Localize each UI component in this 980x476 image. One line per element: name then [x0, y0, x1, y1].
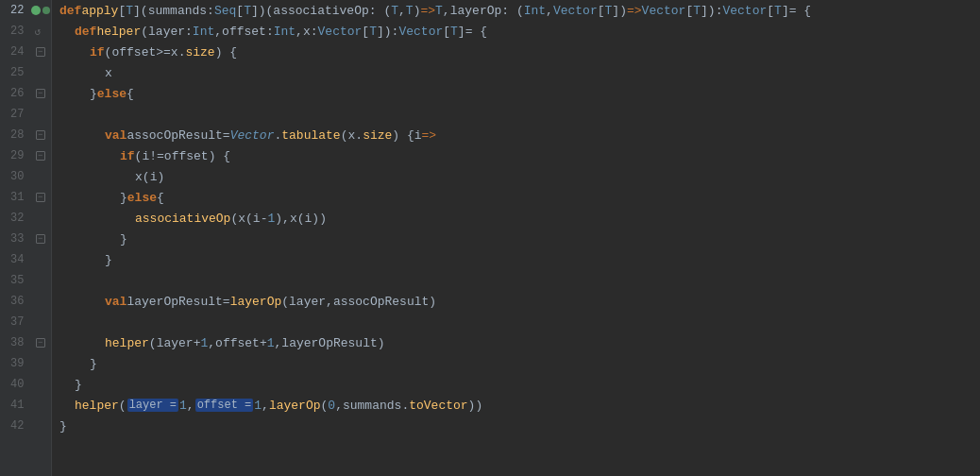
- line-number-36: 36: [0, 295, 29, 308]
- fold-icon-26[interactable]: −: [36, 89, 45, 98]
- brace-34: }: [105, 253, 112, 267]
- paren-32d: (: [297, 212, 305, 226]
- run-icon-22[interactable]: [31, 6, 41, 15]
- colon-22a: :: [207, 4, 214, 18]
- code-line-33: }: [52, 229, 980, 249]
- gutter-row-34: 34: [0, 249, 51, 270]
- paren-22a: (: [141, 4, 148, 18]
- var-x-28: x: [348, 128, 356, 143]
- gutter-icons-28: −: [29, 130, 51, 140]
- keyword-if-24: if: [90, 45, 105, 60]
- type-T-22: T: [126, 4, 133, 18]
- keyword-def-23: def: [75, 25, 96, 39]
- gutter-row-31: 31 −: [0, 187, 51, 208]
- code-line-37: [52, 312, 980, 332]
- fold-icon-38[interactable]: −: [36, 338, 45, 348]
- var-offset-29: offset: [164, 149, 209, 163]
- comma-22c: ,: [546, 4, 553, 18]
- gutter-row-23: 23 ↺: [0, 21, 51, 42]
- refresh-icon-23[interactable]: ↺: [35, 26, 46, 37]
- line-number-22: 22: [0, 4, 29, 17]
- param-assocOp: associativeOp: [273, 4, 368, 18]
- arrow-22b: =>: [627, 4, 642, 18]
- comma-22b: ,: [443, 4, 450, 18]
- line-number-34: 34: [0, 253, 29, 266]
- paren-32b: (: [245, 212, 253, 226]
- type-T-seq: T: [244, 4, 251, 18]
- line-number-38: 38: [0, 336, 29, 349]
- gutter-row-35: 35: [0, 270, 51, 291]
- paren-22c: ): [414, 4, 421, 18]
- paren-38b: ): [378, 336, 385, 350]
- code-line-35: [52, 270, 980, 291]
- method-size-24: size: [185, 45, 214, 60]
- op-24: >=: [156, 45, 171, 60]
- paren-28b: ) {: [392, 128, 414, 143]
- brace-31b: {: [157, 191, 164, 205]
- param-label-layer: layer =: [127, 399, 178, 412]
- line-number-39: 39: [0, 357, 29, 370]
- fold-icon-33[interactable]: −: [36, 234, 45, 244]
- code-line-25: x: [52, 62, 980, 83]
- gutter-icons-23: ↺: [29, 26, 51, 37]
- line-number-26: 26: [0, 87, 29, 100]
- code-line-26: } else {: [52, 83, 980, 104]
- var-i-32b: i: [305, 212, 313, 226]
- bracket-23a: [: [362, 25, 369, 39]
- run-icon-small-22[interactable]: [42, 7, 50, 14]
- method-tabulate: tabulate: [281, 128, 340, 143]
- gutter-row-39: 39: [0, 353, 51, 374]
- code-line-23: def helper(layer: Int, offset: Int, x: V…: [52, 21, 980, 42]
- op-32: -: [261, 212, 268, 226]
- paren-32c: ),: [275, 212, 290, 226]
- var-x-24: x: [171, 45, 178, 60]
- comma-36: ,: [326, 295, 333, 309]
- fold-icon-29[interactable]: −: [36, 151, 45, 161]
- line-number-42: 42: [0, 419, 29, 433]
- gutter-row-41: 41: [0, 395, 51, 416]
- paren-32a: (: [230, 212, 238, 226]
- gutter-row-29: 29 −: [0, 145, 51, 166]
- colon-23c: :: [311, 25, 318, 39]
- num-0-41: 0: [328, 399, 335, 413]
- gutter-icons-38: −: [29, 338, 51, 348]
- type-Int-22: Int: [524, 4, 546, 18]
- param-layer-23: layer: [148, 25, 185, 39]
- code-line-30: x(i): [52, 166, 980, 187]
- paren-41b: (: [321, 399, 329, 413]
- op-38a: +: [194, 336, 201, 350]
- fold-icon-31[interactable]: −: [36, 193, 45, 202]
- comma-38a: ,: [208, 336, 215, 350]
- param-x-23: x: [303, 25, 311, 39]
- num-1-41a: 1: [179, 399, 187, 413]
- gutter-icons-31: −: [29, 193, 51, 202]
- fold-icon-24[interactable]: −: [36, 47, 45, 57]
- bracket-22a: [: [118, 4, 126, 18]
- gutter-row-33: 33 −: [0, 229, 51, 249]
- keyword-if-29: if: [120, 149, 135, 163]
- line-number-33: 33: [0, 232, 29, 246]
- line-number-32: 32: [0, 212, 29, 225]
- gutter-row-28: 28 −: [0, 125, 51, 145]
- code-content: def apply[T](summands: Seq[T])(associati…: [52, 0, 980, 476]
- eq-28: =: [223, 128, 230, 143]
- bracket-22e: [: [598, 4, 605, 18]
- code-line-28: val assocOpResult = Vector.tabulate(x.si…: [52, 125, 980, 145]
- colon-22c: : (: [501, 4, 523, 18]
- gutter-row-36: 36: [0, 291, 51, 312]
- fold-icon-28[interactable]: −: [36, 130, 45, 140]
- gutter-icons-26: −: [29, 89, 51, 98]
- code-line-36: val layerOpResult = layerOp(layer, assoc…: [52, 291, 980, 312]
- var-summands-41: summands: [343, 399, 401, 413]
- var-i-29: i: [142, 149, 149, 163]
- line-number-27: 27: [0, 108, 29, 121]
- bracket-23c: [: [443, 25, 450, 39]
- gutter-row-24: 24 −: [0, 42, 51, 62]
- var-x-32b: x: [290, 212, 297, 226]
- line-number-28: 28: [0, 128, 29, 142]
- fn-layerOp-36: layerOp: [230, 295, 282, 309]
- line-number-35: 35: [0, 274, 29, 287]
- type-Int-23: Int: [193, 25, 214, 39]
- paren-29b: ) {: [209, 149, 230, 163]
- brace-42: }: [59, 419, 67, 434]
